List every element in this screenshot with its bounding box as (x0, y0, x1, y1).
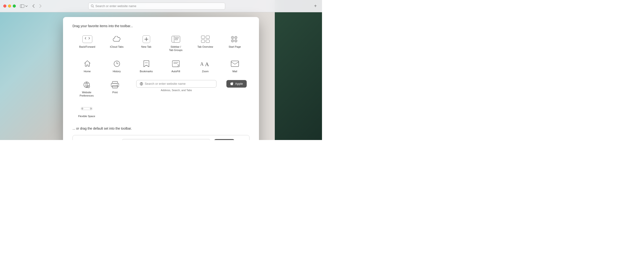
toolbar-item-icloud-tabs[interactable]: iCloud Tabs (103, 34, 131, 52)
svg-point-21 (235, 37, 236, 38)
toolbar-item-label: Start Page (229, 45, 241, 48)
toolbar-item-autofill[interactable]: AutoFill (162, 59, 190, 73)
toolbar-item-mail[interactable]: Mail (221, 59, 249, 73)
svg-rect-14 (201, 40, 205, 43)
toolbar-item-label: Home (84, 70, 91, 73)
svg-text:A: A (200, 62, 204, 66)
minimize-button[interactable] (8, 4, 11, 8)
toolbar-item-label: New Tab (141, 45, 151, 48)
default-item-address[interactable]: Search or enter website name Address, Se… (122, 139, 210, 140)
default-toolbar-preview: Sidebar / Tab Groups Back/Forward (72, 135, 250, 140)
toolbar-item-sidebar[interactable]: Sidebar / Tab Groups (162, 34, 190, 52)
new-tab-icon (141, 34, 152, 44)
toolbar-item-history[interactable]: History (103, 59, 131, 73)
toolbar-item-label: Print (112, 91, 118, 94)
default-search-pill[interactable]: Search or enter website name (122, 139, 210, 140)
toolbar-item-new-tab[interactable]: New Tab (132, 34, 160, 52)
back-forward-icon (82, 34, 93, 44)
toolbar-item-zoom[interactable]: A A Zoom (191, 59, 220, 73)
back-button[interactable] (30, 3, 36, 10)
toolbar-item-website-prefs[interactable]: Website Preferences (72, 80, 101, 98)
svg-rect-0 (20, 4, 24, 8)
print-icon (109, 80, 121, 90)
address-bar[interactable]: Search or enter website name (88, 2, 225, 10)
default-item-apple[interactable]: Apple Apple (214, 139, 234, 140)
address-bar-placeholder: Search or enter website name (95, 4, 136, 8)
toolbar-item-label: History (112, 70, 121, 73)
toolbar-item-flexible-space[interactable]: Flexible Space (72, 104, 101, 118)
svg-point-22 (232, 40, 233, 41)
svg-rect-11 (175, 39, 178, 40)
default-apple-btn[interactable]: Apple (214, 139, 234, 140)
svg-point-23 (235, 40, 236, 41)
toolbar-item-print[interactable]: Print (101, 80, 129, 94)
search-pill-sublabel: Address, Search, and Tabs (161, 89, 192, 92)
history-icon (111, 59, 122, 68)
apple-logo-icon (230, 82, 234, 86)
website-prefs-icon (81, 80, 92, 90)
forward-button[interactable] (37, 3, 44, 10)
toolbar-item-bookmarks[interactable]: Bookmarks (132, 59, 160, 73)
svg-rect-33 (231, 61, 239, 66)
svg-rect-38 (112, 82, 118, 83)
home-icon (82, 59, 93, 68)
sidebar-toggle[interactable] (20, 4, 28, 8)
add-tab-button[interactable]: + (312, 3, 319, 10)
nav-buttons (30, 3, 44, 10)
svg-point-20 (232, 37, 233, 38)
dialog-drag-title: Drag your favorite items into the toolba… (72, 24, 250, 28)
titlebar: Search or enter website name + (0, 0, 322, 12)
default-item-new-tab[interactable]: New Tab (234, 139, 244, 140)
icloud-icon (111, 34, 122, 44)
traffic-lights (3, 4, 16, 8)
main-content: Drag your favorite items into the toolba… (0, 12, 322, 140)
tab-overview-icon (200, 34, 211, 44)
zoom-icon: A A (200, 59, 211, 68)
start-page-icon (229, 34, 240, 44)
toolbar-item-label: Mail (232, 70, 237, 73)
svg-rect-10 (175, 37, 179, 38)
toolbar-item-label: Website Preferences (80, 91, 94, 98)
svg-rect-13 (206, 36, 210, 39)
sidebar-icon (170, 34, 182, 44)
toolbar-item-label: Bookmarks (140, 70, 153, 73)
maximize-button[interactable] (13, 4, 16, 8)
toolbar-item-label: Sidebar / Tab Groups (169, 45, 182, 52)
autofill-icon (170, 59, 182, 68)
svg-rect-15 (206, 40, 210, 43)
svg-rect-4 (82, 36, 92, 43)
svg-rect-8 (172, 36, 180, 42)
toolbar-item-label: Zoom (202, 70, 208, 73)
toolbar-item-tab-overview[interactable]: Tab Overview (191, 34, 220, 52)
toolbar-item-home[interactable]: Home (73, 59, 102, 73)
customize-toolbar-dialog: Drag your favorite items into the toolba… (63, 17, 259, 140)
toolbar-item-start-page[interactable]: Start Page (221, 34, 249, 52)
address-search-pill[interactable]: Search or enter website name (136, 80, 216, 88)
toolbar-item-label: AutoFill (172, 70, 180, 73)
search-pill-text: Search or enter website name (145, 82, 186, 86)
svg-text:A: A (205, 61, 209, 67)
dialog-default-title: ... or drag the default set into the too… (72, 126, 250, 130)
close-button[interactable] (3, 4, 6, 8)
default-new-tab-icon (237, 139, 242, 140)
apple-button-label: Apple (235, 82, 243, 86)
toolbar-item-label: Back/Forward (79, 45, 95, 48)
svg-rect-12 (201, 36, 205, 39)
toolbar-item-label: iCloud Tabs (110, 45, 124, 48)
flexible-space-icon (81, 104, 92, 113)
mail-icon (229, 59, 240, 68)
toolbar-item-label: Flexible Space (78, 114, 95, 118)
svg-point-41 (117, 84, 118, 85)
search-icon (91, 4, 94, 8)
toolbar-item-back-forward[interactable]: Back/Forward (73, 34, 102, 52)
apple-button-item[interactable]: Apple (226, 80, 247, 88)
globe-icon (140, 82, 143, 86)
bookmarks-icon (141, 59, 152, 68)
toolbar-item-label: Tab Overview (197, 45, 213, 48)
svg-line-3 (93, 6, 94, 7)
